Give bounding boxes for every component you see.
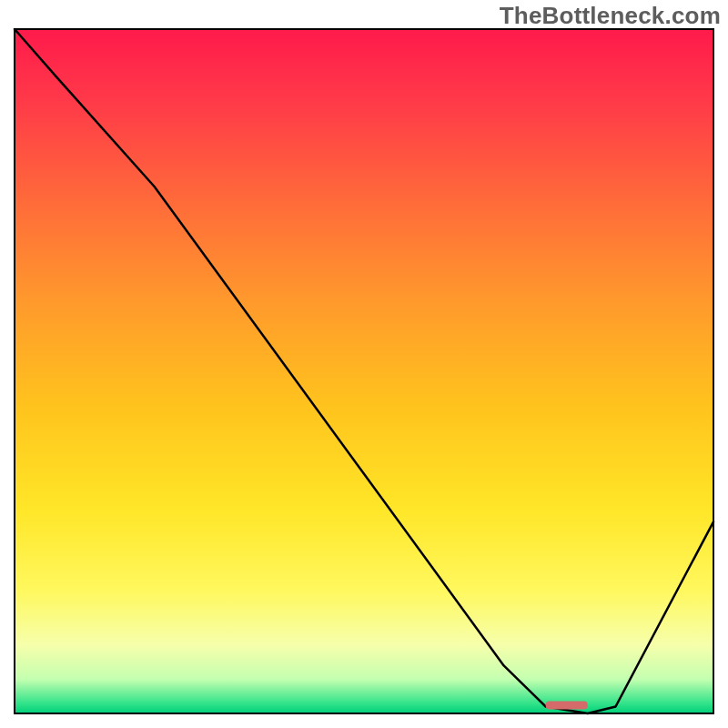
plot-background <box>15 29 713 713</box>
chart-root: TheBottleneck.com <box>0 0 728 728</box>
chart-svg <box>0 0 728 728</box>
highlight-marker <box>546 702 588 710</box>
watermark-text: TheBottleneck.com <box>500 2 721 30</box>
